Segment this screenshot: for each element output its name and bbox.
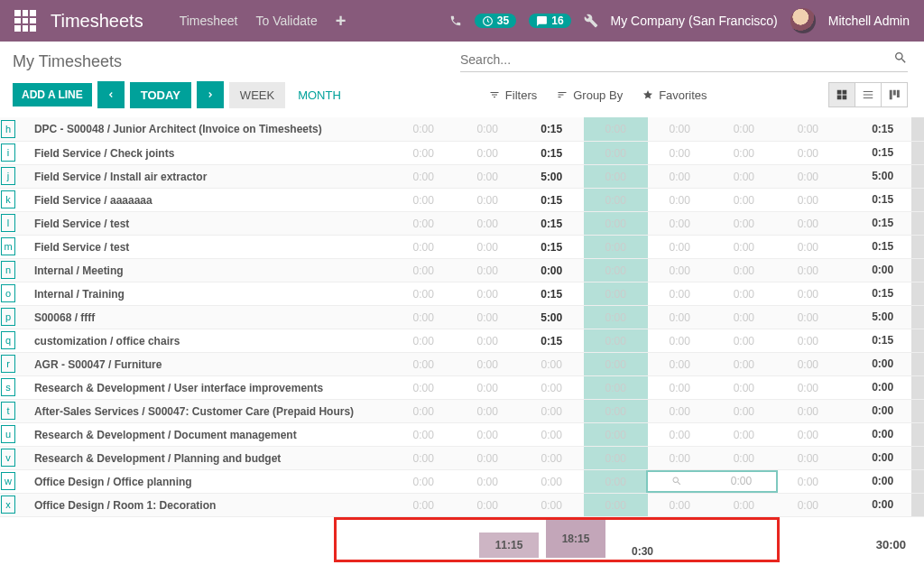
time-cell[interactable]: 0:00	[605, 264, 626, 277]
row-name[interactable]: Office Design / Room 1: Decoration	[34, 499, 216, 512]
view-list-icon[interactable]	[855, 82, 882, 107]
time-cell[interactable]: 0:00	[798, 405, 818, 418]
time-cell[interactable]: 0:00	[477, 241, 498, 254]
row-letter[interactable]: o	[1, 284, 15, 302]
time-cell[interactable]: 0:00	[412, 358, 433, 371]
time-cell[interactable]: 0:00	[477, 264, 498, 277]
row-letter[interactable]: r	[1, 355, 15, 373]
time-cell[interactable]: 0:00	[670, 218, 690, 230]
row-name[interactable]: Field Service / Check joints	[34, 147, 174, 160]
time-cell[interactable]: 0:00	[798, 476, 818, 488]
row-letter[interactable]: m	[1, 237, 15, 255]
time-cell[interactable]: 0:00	[605, 476, 626, 488]
search-icon[interactable]	[893, 51, 908, 68]
time-cell[interactable]: 0:00	[541, 452, 562, 465]
row-name[interactable]: Field Service / aaaaaaa	[34, 194, 152, 207]
time-cell[interactable]: 0:00	[734, 311, 754, 324]
time-cell[interactable]: 0:00	[477, 429, 498, 441]
time-cell[interactable]: 0:00	[734, 147, 754, 160]
time-cell[interactable]: 0:00	[798, 335, 818, 347]
time-cell[interactable]: 0:00	[541, 476, 562, 488]
time-cell[interactable]: 0:00	[477, 218, 498, 230]
time-cell[interactable]: 0:00	[670, 288, 690, 301]
scrollbar[interactable]	[911, 352, 924, 375]
nav-to-validate[interactable]: To Validate	[255, 14, 317, 28]
row-name[interactable]: Internal / Training	[34, 288, 125, 301]
time-cell[interactable]: 0:00	[541, 405, 562, 418]
time-cell[interactable]: 0:00	[734, 358, 754, 371]
nav-timesheet[interactable]: Timesheet	[180, 14, 238, 28]
time-cell[interactable]: 0:00	[605, 171, 626, 183]
time-cell[interactable]: 0:00	[734, 452, 754, 465]
time-cell[interactable]: 0:00	[477, 171, 498, 183]
groupby-button[interactable]: Group By	[557, 88, 623, 102]
time-cell[interactable]: 0:00	[605, 241, 626, 254]
time-cell[interactable]: 0:00	[798, 429, 818, 441]
apps-icon[interactable]	[14, 10, 36, 32]
time-cell[interactable]: 0:00	[605, 335, 626, 347]
time-cell[interactable]: 0:00	[798, 358, 818, 371]
time-cell[interactable]: 0:00	[734, 382, 754, 394]
time-cell[interactable]: 0:00	[412, 241, 433, 254]
time-cell[interactable]: 0:00	[605, 194, 626, 207]
row-letter[interactable]: q	[1, 331, 15, 349]
time-cell[interactable]: 0:00	[670, 382, 690, 394]
scrollbar[interactable]	[911, 469, 924, 493]
time-cell[interactable]: 0:00	[541, 264, 562, 277]
time-cell[interactable]: 0:00	[734, 264, 754, 277]
row-letter[interactable]: t	[1, 402, 15, 420]
time-cell[interactable]: 0:00	[798, 218, 818, 230]
scrollbar[interactable]	[911, 117, 924, 141]
time-cell[interactable]: 0:15	[541, 241, 562, 254]
avatar[interactable]	[790, 8, 816, 33]
nav-add-icon[interactable]: +	[336, 11, 346, 32]
scrollbar[interactable]	[911, 446, 924, 469]
time-cell[interactable]: 0:00	[541, 382, 562, 394]
time-cell[interactable]: 0:00	[798, 499, 818, 512]
scrollbar[interactable]	[911, 422, 924, 446]
time-cell[interactable]: 0:00	[798, 288, 818, 301]
time-cell[interactable]: 0:00	[798, 382, 818, 394]
time-cell[interactable]: 5:00	[541, 311, 562, 324]
view-kanban-icon[interactable]	[881, 82, 908, 107]
time-cell[interactable]: 0:00	[412, 171, 433, 183]
week-button[interactable]: WEEK	[229, 82, 285, 108]
row-name[interactable]: customization / office chairs	[34, 335, 180, 347]
today-button[interactable]: TODAY	[130, 82, 191, 108]
time-cell[interactable]: 0:15	[541, 335, 562, 347]
phone-icon[interactable]	[449, 14, 462, 27]
time-cell[interactable]: 0:15	[541, 194, 562, 207]
time-cell[interactable]: 0:00	[798, 311, 818, 324]
row-letter[interactable]: j	[1, 167, 15, 185]
time-cell[interactable]: 0:00	[477, 405, 498, 418]
time-cell[interactable]: 0:00	[412, 499, 433, 512]
row-letter[interactable]: n	[1, 261, 15, 279]
time-cell[interactable]: 0:00	[477, 382, 498, 394]
time-cell[interactable]: 0:00	[477, 288, 498, 301]
row-letter[interactable]: p	[1, 308, 15, 326]
row-letter[interactable]: x	[1, 496, 15, 514]
time-cell[interactable]: 0:00	[477, 499, 498, 512]
time-cell[interactable]: 0:00	[605, 147, 626, 160]
time-cell[interactable]: 0:00	[798, 194, 818, 207]
time-cell[interactable]: 0:00	[412, 288, 433, 301]
time-cell[interactable]: 0:00	[670, 311, 690, 324]
company-selector[interactable]: My Company (San Francisco)	[611, 14, 778, 28]
time-cell[interactable]: 0:00	[412, 218, 433, 230]
time-cell[interactable]: 0:00	[477, 335, 498, 347]
time-cell[interactable]: 0:00	[477, 147, 498, 160]
time-cell[interactable]: 0:15	[541, 123, 562, 135]
time-cell[interactable]: 0:00	[412, 382, 433, 394]
time-cell[interactable]: 0:00	[670, 123, 690, 135]
time-cell[interactable]: 0:00	[798, 171, 818, 183]
row-name[interactable]: Research & Development / Planning and bu…	[34, 452, 281, 465]
row-name[interactable]: After-Sales Services / S00047: Customer …	[34, 405, 354, 418]
time-cell[interactable]: 0:00	[734, 171, 754, 183]
time-cell[interactable]: 0:00	[605, 382, 626, 394]
time-cell[interactable]: 0:00	[412, 311, 433, 324]
time-cell[interactable]: 0:15	[541, 288, 562, 301]
time-cell[interactable]: 0:00	[734, 241, 754, 254]
time-cell[interactable]: 0:00	[798, 123, 818, 135]
time-cell[interactable]: 0:00	[734, 218, 754, 230]
time-cell[interactable]: 0:00	[605, 123, 626, 135]
